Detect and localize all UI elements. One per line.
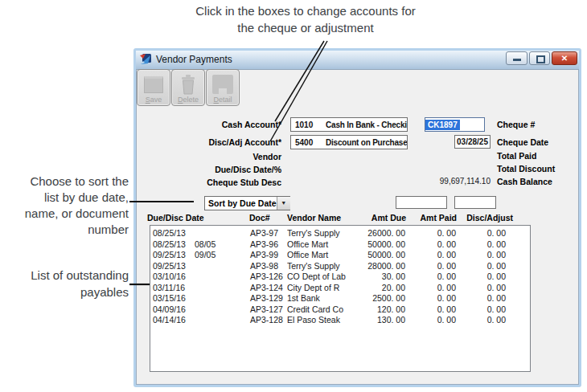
cheque-date-label: Cheque Date — [497, 137, 548, 147]
payables-table[interactable]: 08/25/13 AP3-97 Terry's Supply 26000. 00… — [150, 225, 531, 372]
cell-amt-paid: 0. 00 — [404, 239, 456, 249]
save-button[interactable]: Save — [137, 69, 170, 106]
cell-disc-date: 09/05 — [195, 250, 233, 259]
cash-account-code: 1010 — [291, 120, 326, 129]
cell-doc-number: AP3-129 — [250, 293, 287, 303]
col-header-amt-paid: Amt Paid — [408, 213, 457, 223]
delete-button-label: Delete — [172, 96, 204, 104]
maximize-icon — [536, 55, 545, 63]
col-header-amt-due: Amt Due — [358, 213, 406, 223]
cheque-date-field[interactable]: 03/28/25 — [454, 135, 491, 149]
sort-dropdown[interactable]: Sort by Due Date ▼ — [204, 196, 290, 210]
cell-disc-date: 08/05 — [195, 239, 233, 249]
total-discount-label: Total Discount — [497, 164, 555, 174]
close-button[interactable]: ✕ — [552, 51, 577, 65]
disc-adj-account-field[interactable]: 5400 Discount on Purchase — [290, 135, 408, 149]
cell-amt-paid: 0. 00 — [404, 250, 456, 259]
vendor-payments-window: Vendor Payments ✕ Save D — [133, 48, 581, 387]
table-row[interactable]: 04/09/16 AP3-127 Credit Card Co 120. 00 … — [150, 304, 530, 316]
cell-due-date: 08/25/13 — [153, 239, 193, 249]
table-row[interactable]: 08/25/13 AP3-97 Terry's Supply 26000. 00… — [150, 228, 530, 239]
cell-amt-due: 130. 00 — [341, 315, 405, 325]
cell-amt-due: 30. 00 — [341, 272, 405, 281]
cash-account-desc: Cash In Bank - Checking Acct — [326, 120, 407, 129]
due-disc-date-label: Due/Disc Date/% — [145, 165, 281, 174]
cell-amt-paid: 0. 00 — [404, 272, 456, 281]
toolbar: Save Delete Detail — [137, 69, 240, 106]
cell-due-date: 03/15/16 — [153, 293, 193, 303]
cell-disc-adjust: 0. 00 — [456, 283, 506, 292]
cell-doc-number: AP3-127 — [250, 304, 287, 314]
cash-balance-label: Cash Balance — [497, 177, 552, 186]
annotation-top-note: Click in the boxes to change accounts fo… — [137, 2, 474, 36]
cell-amt-paid: 0. 00 — [404, 315, 456, 325]
disc-adj-account-code: 5400 — [291, 138, 326, 147]
cell-due-date: 08/25/13 — [153, 228, 193, 238]
cell-amt-due: 26000. 00 — [341, 228, 405, 238]
cell-amt-due: 2500. 00 — [341, 293, 405, 303]
cell-amt-paid: 0. 00 — [404, 261, 456, 271]
cell-due-date: 03/11/16 — [153, 283, 193, 292]
minimize-button[interactable] — [506, 51, 527, 65]
cell-due-date: 04/09/16 — [153, 304, 193, 314]
window-controls: ✕ — [506, 51, 577, 65]
table-row[interactable]: 03/15/16 AP3-129 1st Bank 2500. 00 0. 00… — [150, 293, 530, 304]
table-row[interactable]: 08/25/13 08/05 AP3-96 Office Mart 50000.… — [150, 239, 530, 251]
save-button-label: Save — [138, 96, 170, 104]
cell-amt-due: 20. 00 — [341, 283, 405, 292]
col-header-due-disc-date: Due/Disc Date — [147, 213, 204, 223]
table-row[interactable]: 03/11/16 AP3-124 City Dept of R 20. 00 0… — [150, 283, 530, 294]
cash-account-label: Cash Account* — [145, 120, 281, 129]
cheque-number-label: Cheque # — [497, 120, 535, 129]
cell-disc-adjust: 0. 00 — [456, 228, 506, 238]
disc-adj-account-label: Disc/Adj Account* — [145, 137, 281, 147]
table-row[interactable]: 09/25/13 09/05 AP3-99 Office Mart 50000.… — [150, 250, 530, 261]
cell-due-date: 03/10/16 — [153, 272, 193, 281]
cell-due-date: 04/14/16 — [153, 315, 193, 325]
cell-disc-adjust: 0. 00 — [456, 250, 506, 259]
vendor-label: Vendor — [145, 152, 281, 161]
delete-button[interactable]: Delete — [171, 69, 205, 106]
amt-paid-total-box[interactable] — [396, 196, 447, 209]
annotation-sort-note: Choose to sort the list by due date, nam… — [0, 174, 129, 238]
cash-account-field[interactable]: 1010 Cash In Bank - Checking Acct — [290, 117, 408, 132]
col-header-doc: Doc# — [249, 213, 270, 223]
cell-doc-number: AP3-99 — [250, 250, 287, 259]
disc-adjust-total-box[interactable] — [454, 196, 496, 209]
app-logo-icon — [139, 53, 152, 66]
detail-button[interactable]: Detail — [206, 69, 240, 106]
window-title: Vendor Payments — [156, 51, 232, 69]
table-row[interactable]: 09/25/13 AP3-98 Terry's Supply 28000. 00… — [150, 261, 530, 272]
disc-adj-account-desc: Discount on Purchase — [326, 138, 407, 147]
cell-amt-paid: 0. 00 — [404, 228, 456, 238]
table-row[interactable]: 04/14/16 AP3-128 El Paso Steak 130. 00 0… — [150, 315, 530, 326]
cell-due-date: 09/25/13 — [153, 261, 193, 271]
cash-balance-value: 99,697,114.10 — [410, 177, 491, 186]
cell-disc-adjust: 0. 00 — [456, 304, 506, 314]
cell-amt-due: 28000. 00 — [341, 261, 405, 271]
titlebar[interactable]: Vendor Payments ✕ — [136, 51, 579, 70]
cell-amt-due: 50000. 00 — [341, 250, 405, 259]
cell-doc-number: AP3-124 — [250, 283, 287, 292]
table-row[interactable]: 03/10/16 AP3-126 CO Dept of Lab 30. 00 0… — [150, 272, 530, 283]
cell-disc-adjust: 0. 00 — [456, 293, 506, 303]
col-header-disc-adjust: Disc/Adjust — [460, 213, 513, 223]
cell-doc-number: AP3-96 — [250, 239, 287, 249]
cell-disc-adjust: 0. 00 — [456, 272, 506, 281]
close-icon: ✕ — [552, 52, 577, 64]
chevron-down-icon: ▼ — [277, 197, 290, 210]
cell-amt-paid: 0. 00 — [404, 283, 456, 292]
tutorial-page: Click in the boxes to change accounts fo… — [0, 0, 587, 392]
cell-doc-number: AP3-98 — [250, 261, 287, 271]
sort-dropdown-value: Sort by Due Date — [205, 197, 277, 210]
cell-amt-due: 50000. 00 — [341, 239, 405, 249]
cheque-number-value: CK1897 — [425, 120, 460, 130]
cell-disc-adjust: 0. 00 — [456, 315, 506, 325]
cheque-number-field[interactable]: CK1897 — [425, 117, 485, 132]
save-icon — [144, 76, 163, 93]
cell-doc-number: AP3-128 — [250, 315, 287, 325]
cell-disc-adjust: 0. 00 — [456, 261, 506, 271]
maximize-button[interactable] — [529, 51, 550, 65]
cell-disc-adjust: 0. 00 — [456, 239, 506, 249]
cell-doc-number: AP3-97 — [250, 228, 287, 238]
